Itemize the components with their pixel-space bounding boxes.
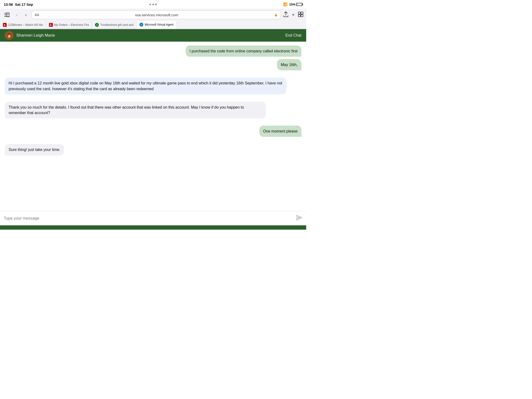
wifi-icon: 📶	[283, 2, 287, 6]
avatar-emoji: 👩	[6, 33, 12, 38]
battery-fill	[297, 4, 298, 5]
lock-icon: 🔒	[274, 13, 278, 17]
tab-favicon-ms-agent: ✕	[139, 23, 143, 26]
chat-input-area	[0, 211, 306, 225]
battery-bar	[296, 3, 302, 6]
status-bar: 13:56 Sat 17 Sep 📶 15%	[0, 0, 306, 9]
spacer3	[5, 121, 301, 123]
svg-rect-4	[298, 12, 300, 14]
new-tab-button[interactable]: +	[292, 12, 295, 18]
message-row-5: One moment please	[5, 126, 301, 137]
svg-rect-5	[301, 12, 303, 14]
tab-troubleshoot[interactable]: ✕ Troubleshoot gift card and	[92, 21, 137, 29]
tab-myorders[interactable]: E My Orders – Electronic Firs	[46, 21, 92, 29]
tab-favicon-troubleshoot: ✕	[95, 23, 99, 27]
chat-messages-wrapper: I purchased the code from online company…	[0, 42, 306, 211]
bubble-6: Sure thing! just take your time.	[5, 144, 64, 155]
message-row-6: Sure thing! just take your time.	[5, 144, 301, 155]
chat-user-name: Shannen Leigh Marie	[16, 33, 285, 38]
status-bar-right: 📶 15%	[283, 2, 302, 6]
browser-toolbar: ‹ › AA vsa.services.microsoft.com 🔒 +	[0, 9, 306, 21]
tab-label-ms-agent: Microsoft Virtual Agent	[145, 23, 173, 26]
chat-message-input[interactable]	[4, 216, 296, 221]
sidebar-button[interactable]	[3, 11, 11, 19]
svg-rect-1	[4, 15, 10, 15]
bubble-4: Thank you so much for the details. I fou…	[5, 102, 266, 118]
tab-label-123movies: 123Movies – Watch HD Mo	[8, 23, 43, 26]
tabs-bar: ▶ 123Movies – Watch HD Mo E My Orders – …	[0, 21, 306, 29]
dot1	[150, 4, 151, 5]
tab-label-myorders: My Orders – Electronic Firs	[54, 23, 89, 26]
tab-favicon-myorders: E	[49, 23, 53, 27]
end-chat-button[interactable]: End Chat	[285, 33, 301, 38]
battery-container: 15%	[289, 3, 302, 6]
spacer4	[5, 139, 301, 142]
bubble-2: May 16th,	[277, 59, 301, 70]
spacer	[5, 73, 301, 75]
back-button[interactable]: ‹	[13, 12, 20, 18]
svg-rect-7	[301, 15, 303, 17]
message-row-2: May 16th,	[5, 59, 301, 70]
bubble-text-6: Sure thing! just take your time.	[9, 148, 60, 152]
chat-header: 👩 Shannen Leigh Marie End Chat	[0, 29, 306, 42]
bubble-5: One moment please	[259, 126, 301, 137]
message-row-3: Hi I purchased a 12 month live gold xbox…	[5, 77, 301, 94]
tab-123movies[interactable]: ▶ 123Movies – Watch HD Mo	[0, 21, 46, 29]
browser-chrome: ‹ › AA vsa.services.microsoft.com 🔒 +	[0, 9, 306, 29]
svg-rect-6	[298, 15, 300, 17]
toolbar-actions: +	[283, 12, 303, 19]
message-row-4: Thank you so much for the details. I fou…	[5, 102, 301, 118]
page-footer: Microsoft Privacy Statement	[0, 225, 306, 230]
message-row-1: I purchased the code from online company…	[5, 45, 301, 57]
tab-label-troubleshoot: Troubleshoot gift card and	[100, 23, 133, 26]
date: Sat 17 Sep	[15, 2, 33, 6]
tab-microsoft-virtual-agent[interactable]: ✕ Microsoft Virtual Agent	[137, 21, 177, 29]
share-button[interactable]	[283, 12, 288, 19]
tabs-button[interactable]	[298, 12, 303, 18]
bubble-3: Hi I purchased a 12 month live gold xbox…	[5, 77, 287, 94]
bubble-1: I purchased the code from online company…	[186, 45, 301, 57]
send-button[interactable]	[296, 215, 302, 222]
time: 13:56	[4, 2, 13, 6]
dot2	[152, 4, 154, 5]
bubble-text-2: May 16th,	[281, 63, 298, 67]
battery-percent: 15%	[289, 3, 295, 6]
status-bar-left: 13:56 Sat 17 Sep	[4, 2, 33, 6]
bubble-text-3: Hi I purchased a 12 month live gold xbox…	[9, 81, 282, 91]
forward-button[interactable]: ›	[22, 12, 29, 18]
tab-favicon-123movies: ▶	[3, 23, 7, 27]
aa-label[interactable]: AA	[35, 13, 39, 17]
bubble-text-1: I purchased the code from online company…	[190, 49, 298, 53]
address-bar[interactable]: AA vsa.services.microsoft.com 🔒	[32, 11, 281, 19]
address-url: vsa.services.microsoft.com	[41, 13, 272, 17]
bubble-text-5: One moment please	[263, 129, 298, 133]
spacer2	[5, 97, 301, 99]
avatar: 👩	[5, 31, 13, 40]
dot3	[155, 4, 157, 5]
bubble-text-4: Thank you so much for the details. I fou…	[9, 105, 244, 115]
status-bar-center	[150, 4, 157, 5]
